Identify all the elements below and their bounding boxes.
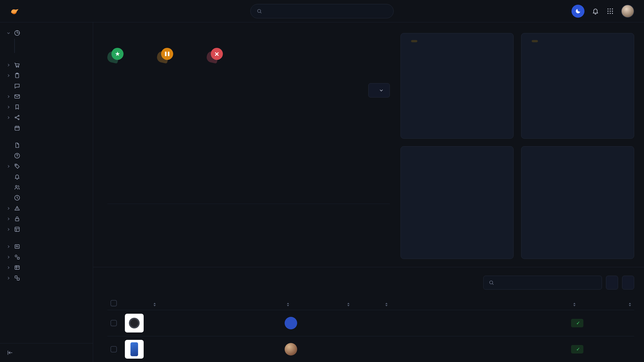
chat-icon [14,83,20,89]
sidebar-item-calendar[interactable] [0,123,93,133]
collapse-icon [7,350,13,356]
column-product[interactable] [148,296,282,310]
new-customers-line-chart [528,52,627,100]
column-status[interactable] [568,296,618,310]
sidebar-item-starter[interactable] [0,140,93,150]
more-options-button[interactable] [622,276,634,290]
product-image[interactable] [125,314,144,333]
brand[interactable] [10,6,23,16]
star-icon: ★ [112,48,124,60]
column-review[interactable] [380,296,568,310]
column-rating[interactable] [342,296,380,310]
column-customer[interactable] [282,296,342,310]
sidebar-item-authentication[interactable] [0,214,93,224]
legend-item [408,243,506,246]
all-products-filter-button[interactable] [606,276,618,290]
sidebar-item-notifications[interactable] [0,171,93,182]
dashboard-top: ★ [93,22,644,267]
sidebar-item-components[interactable] [0,273,93,283]
warning-icon [14,205,20,212]
check-icon: ✓ [576,347,580,352]
top-coupons-card [400,146,514,259]
customer-cell [285,317,339,329]
sidebar-item-forms[interactable] [0,241,93,252]
sidebar-item-timeline[interactable] [0,193,93,203]
sidebar-item-project-management-app[interactable] [0,70,93,81]
sidebar-item-errors[interactable] [0,203,93,214]
sidebar-item-email[interactable] [0,91,93,102]
clipboard-icon [14,72,20,79]
sidebar-item-layouts[interactable] [0,224,93,235]
sidebar-group-home[interactable] [0,28,93,38]
top-coupons-donut-wrap [434,162,480,208]
check-icon: ✓ [576,321,580,326]
sort-icon [287,303,289,306]
legend-item [408,129,506,132]
chevron-right-icon [6,276,11,280]
sidebar-item-icons[interactable] [0,252,93,262]
mail-icon [14,93,20,100]
sidebar-item-events[interactable] [0,102,93,112]
trend-badge [532,40,538,42]
sidebar-item-faq[interactable] [0,150,93,161]
legend-item [408,123,506,126]
sidebar-item-pricing[interactable] [0,161,93,171]
legend-item [528,243,627,246]
avatar [285,343,297,356]
notifications-button[interactable] [592,7,599,15]
stat-new-orders: ★ [108,48,130,63]
dashboard-left-column: ★ [108,33,390,259]
reviews-table: ✓ ✓ [108,296,634,362]
total-orders-bar-chart [418,52,496,86]
navbar-actions [572,5,634,18]
reviews-search [483,276,602,290]
chevron-right-icon [6,63,11,67]
product-image[interactable] [125,340,144,359]
sidebar-item-chat[interactable] [0,81,93,91]
status-badge: ✓ [571,319,583,327]
paying-gauge-chart [546,162,609,205]
out-of-stock-icon: × [207,48,223,63]
pause-icon [161,48,173,60]
form-icon [14,243,20,250]
column-time[interactable] [618,296,634,310]
sidebar-item-social[interactable] [0,112,93,123]
paying-vs-non-paying-card [521,146,634,259]
sidebar-item-tables[interactable] [0,262,93,273]
trend-badge [411,40,417,42]
stat-out-of-stock: × [207,48,230,63]
sidebar-item-social-feed[interactable] [15,49,93,53]
global-search-input[interactable] [266,7,388,14]
users-icon [14,184,20,191]
new-orders-icon: ★ [108,48,124,63]
reviews-search-input[interactable] [498,280,597,286]
total-orders-card [400,33,514,139]
main-content: ★ [93,0,644,362]
chevron-right-icon [6,164,11,169]
chevron-right-icon [6,265,11,270]
apps-grid-button[interactable] [606,7,614,15]
sort-icon [385,303,388,306]
reviews-controls [483,276,634,290]
chevron-right-icon [6,217,11,221]
row-checkbox[interactable] [110,346,117,353]
sidebar-item-ecommerce-dashboard[interactable] [15,39,93,42]
sidebar-item-members[interactable] [0,182,93,193]
cart-icon [14,62,20,68]
avatar [285,317,297,329]
tag-icon [14,163,20,169]
sort-icon [573,303,576,306]
sort-icon [347,303,350,306]
user-avatar[interactable] [621,5,634,18]
row-checkbox[interactable] [110,320,117,326]
sidebar-item-landing[interactable] [15,46,93,49]
sidebar-item-ecommerce-app[interactable] [0,60,93,70]
layout-icon [14,226,20,233]
date-range-select[interactable] [368,83,390,97]
theme-toggle-button[interactable] [572,5,584,18]
select-all-checkbox[interactable] [110,300,117,306]
calendar-icon [14,125,20,131]
collapsed-view-toggle[interactable] [0,343,93,362]
sidebar-item-project-management-dashboard[interactable] [15,42,93,46]
chevron-right-icon [6,105,11,109]
